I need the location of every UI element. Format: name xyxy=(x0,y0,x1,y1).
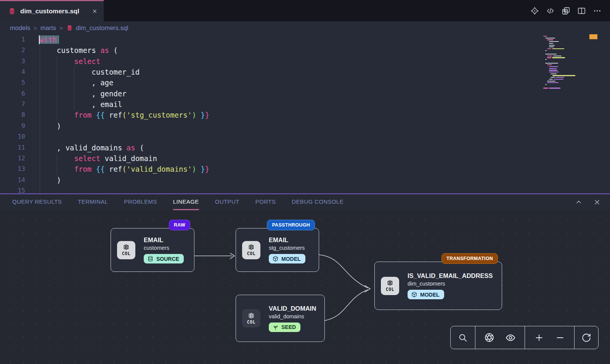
line-number: 15 xyxy=(0,185,25,193)
code-line-14: 14 ) xyxy=(0,175,610,185)
columns-chip[interactable]: COL xyxy=(242,241,260,259)
breadcrumb-item-marts[interactable]: marts xyxy=(40,24,56,32)
database-icon xyxy=(8,8,16,15)
panel-actions xyxy=(574,194,602,210)
code-editor[interactable]: 1with2 customers as (3 select4 customer_… xyxy=(0,34,610,193)
editor-tab-bar: dim_customers.sql xyxy=(0,0,610,21)
lineage-node-dim_customers[interactable]: TRANSFORMATIONCOLIS_VALID_EMAIL_ADDRESSd… xyxy=(374,262,502,310)
lineage-badge-transformation: TRANSFORMATION xyxy=(441,253,498,264)
line-number: 9 xyxy=(0,121,25,131)
seedling-icon xyxy=(272,324,279,330)
aperture-button[interactable] xyxy=(483,331,496,344)
copy-table-button[interactable] xyxy=(560,5,572,17)
node-subtitle: valid_domains xyxy=(269,313,316,319)
code-line-5: 5 , age xyxy=(0,77,610,88)
cube-icon xyxy=(272,255,279,262)
lineage-toolbar xyxy=(450,326,599,349)
chevron-up-icon xyxy=(575,198,583,206)
minimap-marker xyxy=(589,34,597,39)
columns-chip[interactable]: COL xyxy=(117,241,135,259)
refresh-button[interactable] xyxy=(580,331,593,344)
code-line-11: 11 , valid_domains as ( xyxy=(0,142,610,153)
panel-tab-bar: QUERY RESULTSTERMINALPROBLEMSLINEAGEOUTP… xyxy=(0,194,610,210)
more-actions-button[interactable] xyxy=(591,5,603,17)
columns-chip-label: COL xyxy=(247,251,255,256)
lineage-canvas[interactable]: RAWCOLEMAILcustomersSOURCEPASSTHROUGHCOL… xyxy=(0,211,610,364)
line-number: 3 xyxy=(0,56,25,67)
node-subtitle: stg_customers xyxy=(269,245,305,251)
node-type-badge-model: MODEL xyxy=(408,290,444,299)
code-line-10: 10 xyxy=(0,131,610,142)
node-subtitle: dim_customers xyxy=(408,281,493,287)
close-tab-icon[interactable] xyxy=(92,8,98,14)
columns-chip[interactable]: COL xyxy=(242,309,260,327)
breadcrumb-file[interactable]: dim_customers.sql xyxy=(66,24,128,32)
app-window: dim_customers.sql models>marts>dim_custo… xyxy=(0,0,610,364)
zoom-in-button[interactable] xyxy=(533,331,546,344)
node-title: EMAIL xyxy=(269,236,305,244)
close-icon xyxy=(593,198,601,206)
editor-actions xyxy=(529,0,603,21)
panel-tab-terminal[interactable]: TERMINAL xyxy=(78,194,108,210)
lineage-node-valid_domains[interactable]: COLVALID_DOMAINvalid_domainsSEED xyxy=(236,295,325,342)
code-line-8: 8 from {{ ref('stg_customers') }} xyxy=(0,110,610,120)
dbt-logo-button[interactable] xyxy=(529,5,541,17)
code-line-3: 3 select xyxy=(0,56,610,67)
lineage-badge-raw: RAW xyxy=(169,220,190,230)
eye-button[interactable] xyxy=(504,331,517,345)
code-line-4: 4 customer_id xyxy=(0,67,610,77)
split-editor-button[interactable] xyxy=(576,5,588,17)
code-line-6: 6 , gender xyxy=(0,88,610,99)
text-cursor xyxy=(39,35,40,44)
code-view-button[interactable] xyxy=(544,5,556,17)
bottom-panel: QUERY RESULTSTERMINALPROBLEMSLINEAGEOUTP… xyxy=(0,193,610,364)
line-number: 13 xyxy=(0,164,25,174)
close-panel-button[interactable] xyxy=(592,198,602,207)
minimap[interactable] xyxy=(543,36,586,97)
line-number: 10 xyxy=(0,131,25,142)
node-type-badge-model: MODEL xyxy=(269,254,305,263)
columns-icon xyxy=(248,244,255,251)
columns-chip-label: COL xyxy=(386,287,394,292)
line-number: 1 xyxy=(0,34,25,45)
split-editor-icon xyxy=(577,6,586,15)
code-line-2: 2 customers as ( xyxy=(0,45,610,56)
panel-tab-lineage[interactable]: LINEAGE xyxy=(173,194,199,210)
node-subtitle: customers xyxy=(144,245,184,251)
panel-tab-query-results[interactable]: QUERY RESULTS xyxy=(12,194,62,210)
tab-dim-customers-sql[interactable]: dim_customers.sql xyxy=(0,0,104,21)
database-icon xyxy=(66,25,73,31)
panel-tab-output[interactable]: OUTPUT xyxy=(215,194,239,210)
columns-icon xyxy=(387,279,393,286)
columns-chip-label: COL xyxy=(122,251,130,256)
node-title: EMAIL xyxy=(144,236,184,244)
code-line-7: 7 , email xyxy=(0,99,610,110)
panel-tab-debug-console[interactable]: DEBUG CONSOLE xyxy=(292,194,344,210)
search-button[interactable] xyxy=(456,331,469,344)
line-number: 7 xyxy=(0,99,25,110)
code-line-15: 15 xyxy=(0,185,610,193)
breadcrumb-item-models[interactable]: models xyxy=(10,24,30,32)
code-line-13: 13 from {{ ref('valid_domains') }} xyxy=(0,164,610,174)
line-number: 8 xyxy=(0,110,25,120)
node-type-badge-source: SOURCE xyxy=(144,254,184,263)
lineage-node-stg_customers[interactable]: PASSTHROUGHCOLEMAILstg_customersMODEL xyxy=(236,228,319,272)
copy-table-icon xyxy=(562,6,570,15)
more-actions-icon xyxy=(593,6,602,15)
refresh-icon xyxy=(581,333,591,343)
zoom-out-icon xyxy=(555,333,565,343)
panel-tab-ports[interactable]: PORTS xyxy=(255,194,276,210)
aperture-icon xyxy=(484,332,494,343)
line-number: 5 xyxy=(0,77,25,88)
panel-tab-problems[interactable]: PROBLEMS xyxy=(124,194,157,210)
lineage-node-customers[interactable]: RAWCOLEMAILcustomersSOURCE xyxy=(111,228,194,272)
zoom-out-button[interactable] xyxy=(554,331,567,344)
columns-chip-label: COL xyxy=(247,319,255,325)
node-title: VALID_DOMAIN xyxy=(269,305,316,312)
tab-title: dim_customers.sql xyxy=(20,8,87,15)
columns-chip[interactable]: COL xyxy=(381,277,399,295)
code-view-icon xyxy=(546,6,555,15)
breadcrumb-separator: > xyxy=(59,25,63,31)
collapse-panel-button[interactable] xyxy=(574,198,583,207)
breadcrumb-separator: > xyxy=(34,25,37,31)
